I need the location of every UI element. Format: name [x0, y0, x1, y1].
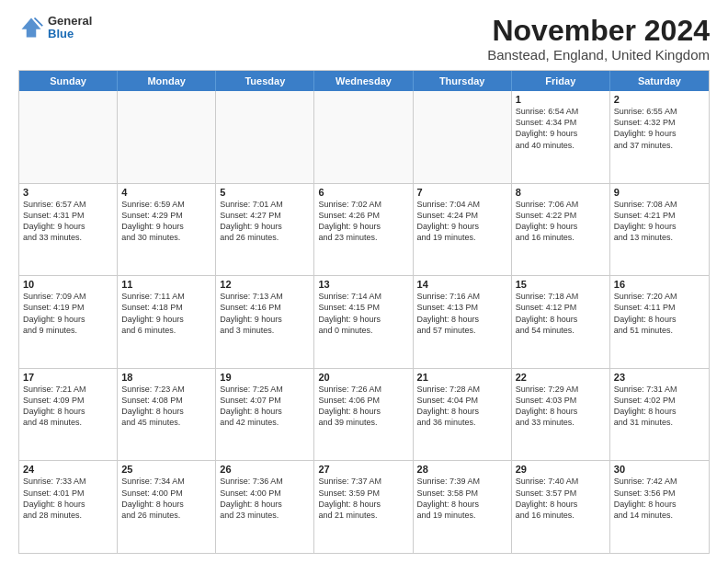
calendar: SundayMondayTuesdayWednesdayThursdayFrid…: [18, 70, 710, 554]
calendar-cell-0-4: [414, 91, 512, 183]
calendar-cell-0-3: [314, 91, 413, 183]
month-title: November 2024: [487, 15, 710, 47]
calendar-cell-0-2: [216, 91, 314, 183]
day-number: 6: [318, 187, 408, 198]
cell-info: Sunrise: 7:18 AM Sunset: 4:12 PM Dayligh…: [516, 291, 606, 336]
cell-info: Sunrise: 7:04 AM Sunset: 4:24 PM Dayligh…: [417, 199, 507, 244]
calendar-cell-4-3: 27Sunrise: 7:37 AM Sunset: 3:59 PM Dayli…: [314, 461, 413, 553]
cell-info: Sunrise: 7:42 AM Sunset: 3:56 PM Dayligh…: [614, 476, 705, 521]
cell-info: Sunrise: 6:55 AM Sunset: 4:32 PM Dayligh…: [614, 106, 705, 151]
header: General Blue November 2024 Banstead, Eng…: [18, 15, 710, 63]
cell-info: Sunrise: 7:29 AM Sunset: 4:03 PM Dayligh…: [516, 384, 606, 429]
day-number: 12: [220, 279, 310, 290]
day-number: 11: [121, 279, 211, 290]
calendar-cell-0-0: [19, 91, 118, 183]
day-number: 23: [614, 372, 705, 383]
page: General Blue November 2024 Banstead, Eng…: [0, 0, 728, 563]
calendar-row-0: 1Sunrise: 6:54 AM Sunset: 4:34 PM Daylig…: [19, 91, 709, 183]
cell-info: Sunrise: 7:34 AM Sunset: 4:00 PM Dayligh…: [121, 476, 211, 521]
day-number: 17: [23, 372, 113, 383]
cell-info: Sunrise: 7:11 AM Sunset: 4:18 PM Dayligh…: [121, 291, 211, 336]
cell-info: Sunrise: 7:16 AM Sunset: 4:13 PM Dayligh…: [417, 291, 507, 336]
calendar-cell-3-4: 21Sunrise: 7:28 AM Sunset: 4:04 PM Dayli…: [414, 369, 512, 461]
header-day-wednesday: Wednesday: [314, 71, 413, 91]
calendar-cell-3-3: 20Sunrise: 7:26 AM Sunset: 4:06 PM Dayli…: [314, 369, 413, 461]
calendar-cell-4-2: 26Sunrise: 7:36 AM Sunset: 4:00 PM Dayli…: [216, 461, 314, 553]
calendar-cell-2-6: 16Sunrise: 7:20 AM Sunset: 4:11 PM Dayli…: [610, 276, 709, 368]
calendar-header: SundayMondayTuesdayWednesdayThursdayFrid…: [19, 71, 709, 91]
header-day-monday: Monday: [118, 71, 216, 91]
header-day-thursday: Thursday: [414, 71, 512, 91]
day-number: 27: [318, 464, 408, 475]
day-number: 30: [614, 464, 705, 475]
day-number: 22: [516, 372, 606, 383]
day-number: 28: [417, 464, 507, 475]
day-number: 25: [121, 464, 211, 475]
calendar-cell-3-0: 17Sunrise: 7:21 AM Sunset: 4:09 PM Dayli…: [19, 369, 118, 461]
cell-info: Sunrise: 7:21 AM Sunset: 4:09 PM Dayligh…: [23, 384, 113, 429]
calendar-cell-0-5: 1Sunrise: 6:54 AM Sunset: 4:34 PM Daylig…: [512, 91, 610, 183]
day-number: 18: [121, 372, 211, 383]
header-day-friday: Friday: [512, 71, 610, 91]
location: Banstead, England, United Kingdom: [487, 47, 710, 63]
calendar-cell-3-6: 23Sunrise: 7:31 AM Sunset: 4:02 PM Dayli…: [610, 369, 709, 461]
calendar-cell-3-5: 22Sunrise: 7:29 AM Sunset: 4:03 PM Dayli…: [512, 369, 610, 461]
cell-info: Sunrise: 7:14 AM Sunset: 4:15 PM Dayligh…: [318, 291, 408, 336]
calendar-cell-2-0: 10Sunrise: 7:09 AM Sunset: 4:19 PM Dayli…: [19, 276, 118, 368]
cell-info: Sunrise: 7:13 AM Sunset: 4:16 PM Dayligh…: [220, 291, 310, 336]
day-number: 1: [516, 94, 606, 105]
header-day-sunday: Sunday: [19, 71, 118, 91]
cell-info: Sunrise: 7:37 AM Sunset: 3:59 PM Dayligh…: [318, 476, 408, 521]
logo: General Blue: [18, 15, 92, 41]
cell-info: Sunrise: 7:02 AM Sunset: 4:26 PM Dayligh…: [318, 199, 408, 244]
day-number: 26: [220, 464, 310, 475]
cell-info: Sunrise: 6:57 AM Sunset: 4:31 PM Dayligh…: [23, 199, 113, 244]
calendar-cell-4-0: 24Sunrise: 7:33 AM Sunset: 4:01 PM Dayli…: [19, 461, 118, 553]
calendar-cell-2-2: 12Sunrise: 7:13 AM Sunset: 4:16 PM Dayli…: [216, 276, 314, 368]
calendar-cell-1-6: 9Sunrise: 7:08 AM Sunset: 4:21 PM Daylig…: [610, 184, 709, 276]
calendar-cell-1-4: 7Sunrise: 7:04 AM Sunset: 4:24 PM Daylig…: [414, 184, 512, 276]
header-day-tuesday: Tuesday: [216, 71, 314, 91]
calendar-cell-2-4: 14Sunrise: 7:16 AM Sunset: 4:13 PM Dayli…: [414, 276, 512, 368]
day-number: 16: [614, 279, 705, 290]
day-number: 8: [516, 187, 606, 198]
cell-info: Sunrise: 7:08 AM Sunset: 4:21 PM Dayligh…: [614, 199, 705, 244]
calendar-cell-1-1: 4Sunrise: 6:59 AM Sunset: 4:29 PM Daylig…: [118, 184, 216, 276]
cell-info: Sunrise: 6:54 AM Sunset: 4:34 PM Dayligh…: [516, 106, 606, 151]
calendar-cell-4-6: 30Sunrise: 7:42 AM Sunset: 3:56 PM Dayli…: [610, 461, 709, 553]
calendar-cell-1-2: 5Sunrise: 7:01 AM Sunset: 4:27 PM Daylig…: [216, 184, 314, 276]
calendar-row-4: 24Sunrise: 7:33 AM Sunset: 4:01 PM Dayli…: [19, 460, 709, 553]
calendar-cell-3-2: 19Sunrise: 7:25 AM Sunset: 4:07 PM Dayli…: [216, 369, 314, 461]
cell-info: Sunrise: 7:26 AM Sunset: 4:06 PM Dayligh…: [318, 384, 408, 429]
calendar-row-3: 17Sunrise: 7:21 AM Sunset: 4:09 PM Dayli…: [19, 368, 709, 461]
calendar-row-1: 3Sunrise: 6:57 AM Sunset: 4:31 PM Daylig…: [19, 183, 709, 276]
header-day-saturday: Saturday: [610, 71, 709, 91]
cell-info: Sunrise: 7:40 AM Sunset: 3:57 PM Dayligh…: [516, 476, 606, 521]
day-number: 9: [614, 187, 705, 198]
day-number: 10: [23, 279, 113, 290]
day-number: 15: [516, 279, 606, 290]
day-number: 7: [417, 187, 507, 198]
calendar-cell-2-1: 11Sunrise: 7:11 AM Sunset: 4:18 PM Dayli…: [118, 276, 216, 368]
day-number: 19: [220, 372, 310, 383]
calendar-cell-4-4: 28Sunrise: 7:39 AM Sunset: 3:58 PM Dayli…: [414, 461, 512, 553]
day-number: 13: [318, 279, 408, 290]
logo-blue-label: Blue: [48, 28, 92, 40]
cell-info: Sunrise: 7:20 AM Sunset: 4:11 PM Dayligh…: [614, 291, 705, 336]
cell-info: Sunrise: 7:39 AM Sunset: 3:58 PM Dayligh…: [417, 476, 507, 521]
cell-info: Sunrise: 7:23 AM Sunset: 4:08 PM Dayligh…: [121, 384, 211, 429]
day-number: 24: [23, 464, 113, 475]
day-number: 5: [220, 187, 310, 198]
day-number: 4: [121, 187, 211, 198]
day-number: 14: [417, 279, 507, 290]
cell-info: Sunrise: 7:01 AM Sunset: 4:27 PM Dayligh…: [220, 199, 310, 244]
cell-info: Sunrise: 6:59 AM Sunset: 4:29 PM Dayligh…: [121, 199, 211, 244]
cell-info: Sunrise: 7:25 AM Sunset: 4:07 PM Dayligh…: [220, 384, 310, 429]
day-number: 2: [614, 94, 705, 105]
day-number: 3: [23, 187, 113, 198]
calendar-row-2: 10Sunrise: 7:09 AM Sunset: 4:19 PM Dayli…: [19, 275, 709, 368]
cell-info: Sunrise: 7:28 AM Sunset: 4:04 PM Dayligh…: [417, 384, 507, 429]
day-number: 29: [516, 464, 606, 475]
cell-info: Sunrise: 7:06 AM Sunset: 4:22 PM Dayligh…: [516, 199, 606, 244]
logo-text: General Blue: [48, 15, 92, 41]
